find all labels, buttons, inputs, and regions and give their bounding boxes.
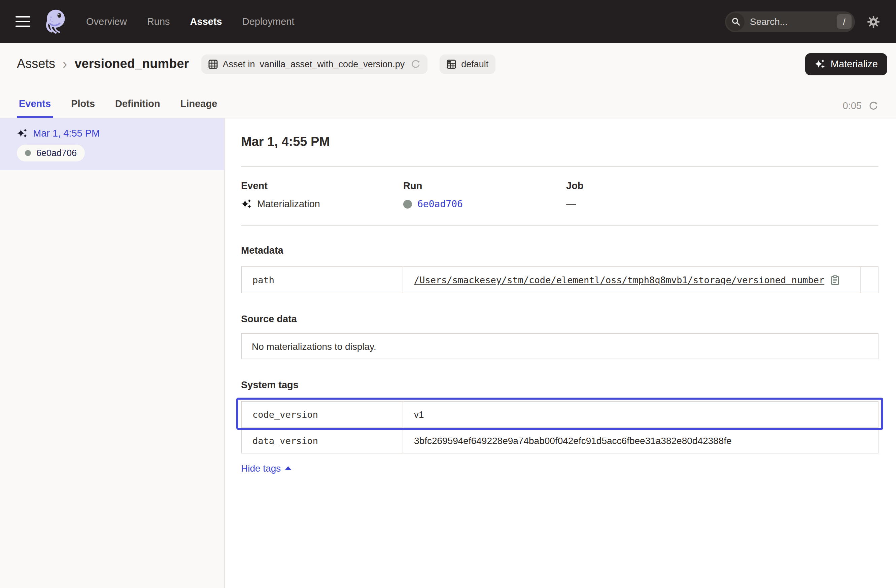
grid-icon [208, 59, 218, 69]
event-detail-title: Mar 1, 4:55 PM [241, 135, 879, 149]
workspace-icon [446, 59, 456, 69]
refresh-status: 0:05 [843, 100, 879, 118]
materialize-button[interactable]: Materialize [805, 53, 887, 75]
tag-value: v1 [403, 402, 878, 427]
nav-item-runs[interactable]: Runs [147, 16, 170, 27]
search-icon [726, 12, 745, 30]
metadata-key: path [242, 267, 403, 293]
settings-gear-icon[interactable] [867, 15, 880, 28]
nav-item-deployment[interactable]: Deployment [242, 16, 294, 27]
event-timestamp: Mar 1, 4:55 PM [33, 128, 100, 138]
source-data-empty-message: No materializations to display. [241, 333, 879, 359]
source-data-heading: Source data [241, 313, 879, 324]
search-placeholder: Search... [750, 16, 837, 27]
menu-icon[interactable] [15, 16, 30, 27]
metadata-heading: Metadata [241, 245, 879, 256]
tag-key: code_version [242, 402, 403, 427]
materialization-sparkle-icon [241, 199, 252, 209]
copy-icon[interactable] [830, 275, 840, 285]
content-area: Mar 1, 4:55 PM 6e0ad706 Mar 1, 4:55 PM E… [0, 119, 896, 588]
app-canvas: Overview Runs Assets Deployment Search..… [0, 0, 896, 588]
tag-key: data_version [242, 427, 403, 453]
top-nav: Overview Runs Assets Deployment Search..… [0, 0, 896, 43]
job-column-label: Job [566, 180, 879, 191]
system-tags-section: System tags code_version v1 data_version… [241, 380, 879, 474]
job-empty-value: — [566, 199, 576, 209]
refresh-countdown: 0:05 [843, 100, 862, 111]
asset-file-link[interactable]: vanilla_asset_with_code_version.py [259, 59, 405, 69]
materialize-label: Materialize [831, 59, 878, 69]
page-title: versioned_number [75, 56, 189, 71]
primary-nav: Overview Runs Assets Deployment [86, 16, 294, 27]
run-status-dot [25, 150, 31, 156]
tag-value: 3bfc269594ef649228e9a74bab00f042efc91d5a… [403, 427, 878, 453]
event-column-label: Event [241, 180, 403, 191]
breadcrumb-separator: › [62, 57, 67, 71]
metadata-section: Metadata path /Users/smackesey/stm/code/… [241, 245, 879, 293]
asset-in-label: Asset in [222, 59, 255, 69]
source-data-section: Source data No materializations to displ… [241, 313, 879, 359]
tab-bar: Events Plots Definition Lineage 0:05 [0, 98, 896, 118]
code-location-badge: default [440, 54, 495, 74]
event-list-sidebar: Mar 1, 4:55 PM 6e0ad706 [0, 119, 225, 588]
refresh-icon[interactable] [869, 100, 879, 111]
tab-plots[interactable]: Plots [69, 98, 97, 118]
caret-up-icon [285, 466, 291, 470]
reload-asset-icon[interactable] [411, 59, 421, 69]
system-tags-heading: System tags [241, 380, 879, 390]
event-type-value: Materialization [257, 199, 320, 209]
nav-item-assets[interactable]: Assets [190, 16, 222, 27]
sparkle-icon [815, 59, 825, 69]
metadata-table: path /Users/smackesey/stm/code/elementl/… [241, 266, 879, 293]
run-id-pill[interactable]: 6e0ad706 [17, 144, 85, 161]
event-detail-panel: Mar 1, 4:55 PM Event Materialization Run… [225, 119, 896, 588]
table-gutter [860, 267, 878, 293]
event-summary-row: Event Materialization Run 6e0ad706 Job — [241, 167, 879, 226]
tab-events[interactable]: Events [17, 98, 53, 118]
dagster-app: Overview Runs Assets Deployment Search..… [0, 0, 896, 588]
run-status-dot [403, 199, 412, 208]
dagster-logo-icon[interactable] [40, 8, 69, 36]
breadcrumb: Assets › versioned_number Asset in vanil… [0, 52, 896, 76]
search-input[interactable]: Search... / [725, 11, 855, 32]
nav-item-overview[interactable]: Overview [86, 16, 127, 27]
search-shortcut-key: / [837, 14, 852, 29]
metadata-path-link[interactable]: /Users/smackesey/stm/code/elementl/oss/t… [414, 275, 824, 285]
hide-tags-toggle[interactable]: Hide tags [241, 463, 291, 474]
system-tags-table: code_version v1 data_version 3bfc269594e… [241, 401, 879, 453]
asset-definition-badge: Asset in vanilla_asset_with_code_version… [201, 54, 427, 74]
breadcrumb-assets-link[interactable]: Assets [17, 56, 55, 71]
code-location-link[interactable]: default [461, 59, 488, 69]
run-id-label: 6e0ad706 [37, 148, 77, 158]
hide-tags-label: Hide tags [241, 463, 281, 474]
topnav-right: Search... / [725, 11, 880, 32]
tab-lineage[interactable]: Lineage [178, 98, 219, 118]
event-list-item[interactable]: Mar 1, 4:55 PM 6e0ad706 [0, 119, 224, 170]
page-header: Assets › versioned_number Asset in vanil… [0, 43, 896, 119]
tab-definition[interactable]: Definition [113, 98, 162, 118]
run-column-label: Run [403, 180, 566, 191]
materialization-sparkle-icon [17, 128, 27, 138]
run-id-link[interactable]: 6e0ad706 [418, 199, 463, 209]
